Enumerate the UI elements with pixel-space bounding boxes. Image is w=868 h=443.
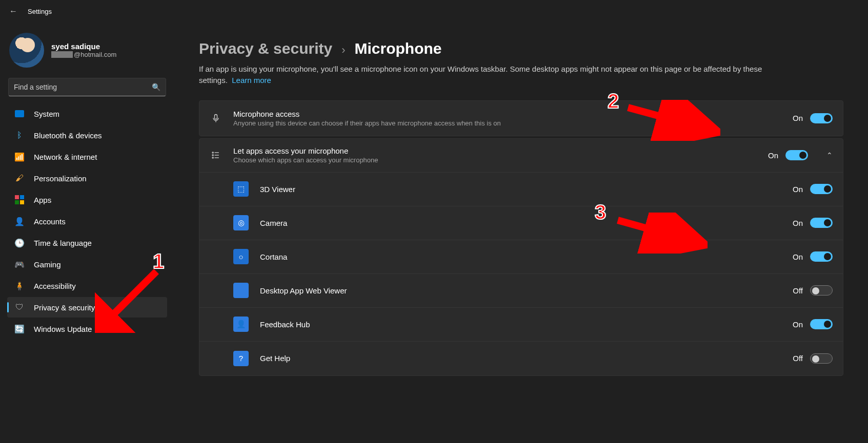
toggle-state-label: On [793, 219, 803, 227]
nav-bluetooth[interactable]: ᛒ Bluetooth & devices [7, 125, 167, 145]
app-name: 3D Viewer [260, 185, 781, 194]
nav-label: Windows Update [34, 325, 92, 333]
apps-icon [14, 195, 25, 205]
email-suffix: @hotmail.com [74, 51, 116, 58]
nav-label: Personalization [34, 174, 87, 183]
search-input[interactable] [14, 83, 152, 91]
nav-label: Gaming [34, 260, 61, 269]
toggle-wrap: On [793, 319, 833, 329]
app-icon: ⬚ [233, 181, 249, 197]
content: Privacy & security › Microphone If an ap… [174, 23, 868, 443]
app-icon: 👤 [233, 317, 249, 332]
toggle-app-0[interactable] [810, 184, 833, 194]
email-redacted [51, 51, 73, 58]
nav-accessibility[interactable]: 🧍 Accessibility [7, 276, 167, 296]
system-icon [14, 109, 25, 119]
setting-let-apps-group: Let apps access your microphone Choose w… [199, 138, 843, 376]
svg-point-3 [212, 157, 213, 158]
toggle-app-1[interactable] [810, 218, 833, 228]
nav: System ᛒ Bluetooth & devices 📶 Network &… [7, 103, 167, 339]
app-row: ?Get HelpOff [199, 342, 843, 375]
card-subtitle: Anyone using this device can choose if t… [233, 119, 781, 127]
app-icon: ? [233, 351, 249, 366]
nav-label: Time & language [34, 239, 92, 247]
toggle-app-5[interactable] [810, 353, 833, 364]
app-icon [233, 283, 249, 298]
setting-mic-access: Microphone access Anyone using this devi… [199, 100, 843, 136]
toggle-state-label: On [768, 151, 778, 160]
bluetooth-icon: ᛒ [14, 130, 25, 140]
nav-privacy[interactable]: 🛡 Privacy & security [7, 297, 167, 318]
nav-network[interactable]: 📶 Network & internet [7, 146, 167, 167]
toggle-app-4[interactable] [810, 319, 833, 329]
toggle-state-label: On [793, 114, 803, 122]
app-name: Cortana [260, 252, 781, 261]
wifi-icon: 📶 [14, 152, 25, 162]
app-row: ⬚3D ViewerOn [199, 173, 843, 206]
nav-label: Privacy & security [34, 303, 95, 312]
subtext-body: If an app is using your microphone, you'… [199, 65, 762, 85]
toggle-app-3[interactable] [810, 285, 833, 296]
avatar [9, 33, 44, 68]
card-subtitle: Choose which apps can access your microp… [233, 156, 757, 164]
page-subtext: If an app is using your microphone, you'… [199, 64, 773, 86]
card-text: Microphone access Anyone using this devi… [233, 110, 781, 127]
toggle-app-2[interactable] [810, 251, 833, 262]
user-text: syed sadique @hotmail.com [51, 42, 116, 58]
toggle-wrap: On [793, 251, 833, 262]
chevron-up-icon[interactable]: ⌃ [826, 151, 833, 159]
breadcrumb-current: Microphone [354, 40, 441, 57]
toggle-let-apps[interactable] [785, 150, 808, 160]
user-block[interactable]: syed sadique @hotmail.com [7, 30, 167, 77]
update-icon: 🔄 [14, 324, 25, 334]
list-icon [210, 149, 222, 161]
clock-icon: 🕒 [14, 238, 25, 248]
back-arrow-icon[interactable]: ← [9, 7, 17, 16]
setting-let-apps[interactable]: Let apps access your microphone Choose w… [199, 139, 843, 173]
microphone-icon [210, 112, 222, 124]
nav-gaming[interactable]: 🎮 Gaming [7, 254, 167, 275]
card-text: Let apps access your microphone Choose w… [233, 146, 757, 164]
card-title: Microphone access [233, 110, 781, 118]
nav-label: Accessibility [34, 282, 76, 290]
learn-more-link[interactable]: Learn more [232, 76, 271, 85]
app-icon: ◎ [233, 215, 249, 230]
breadcrumb-parent[interactable]: Privacy & security [199, 40, 332, 57]
svg-point-1 [212, 152, 213, 153]
toggle-mic-access[interactable] [810, 113, 833, 123]
nav-label: Accounts [34, 217, 66, 226]
shield-icon: 🛡 [14, 302, 25, 312]
app-icon: ○ [233, 249, 249, 264]
svg-point-2 [212, 155, 213, 156]
app-name: Camera [260, 219, 781, 227]
nav-personalization[interactable]: 🖌 Personalization [7, 168, 167, 188]
card-title: Let apps access your microphone [233, 146, 757, 155]
app-row: ○CortanaOn [199, 240, 843, 274]
nav-system[interactable]: System [7, 103, 167, 124]
nav-windows-update[interactable]: 🔄 Windows Update [7, 319, 167, 339]
toggle-wrap: On [793, 184, 833, 194]
toggle-wrap: On [793, 218, 833, 228]
nav-label: Apps [34, 196, 51, 204]
toggle-wrap: Off [793, 353, 833, 364]
titlebar: ← Settings [0, 0, 868, 23]
nav-time[interactable]: 🕒 Time & language [7, 233, 167, 253]
nav-label: Bluetooth & devices [34, 131, 102, 140]
nav-label: System [34, 110, 59, 118]
toggle-state-label: On [793, 185, 803, 194]
accessibility-icon: 🧍 [14, 281, 25, 291]
toggle-wrap: Off [793, 285, 833, 296]
app-title: Settings [28, 8, 52, 15]
brush-icon: 🖌 [14, 173, 25, 183]
toggle-state-label: Off [793, 286, 803, 295]
nav-apps[interactable]: Apps [7, 189, 167, 210]
search-box[interactable]: 🔍 [8, 78, 166, 96]
person-icon: 👤 [14, 216, 25, 226]
toggle-wrap: On [768, 150, 808, 160]
search-icon[interactable]: 🔍 [152, 83, 160, 91]
toggle-state-label: Off [793, 354, 803, 363]
nav-accounts[interactable]: 👤 Accounts [7, 211, 167, 231]
user-email: @hotmail.com [51, 51, 116, 58]
svg-rect-0 [215, 114, 217, 119]
app-row: ◎CameraOn [199, 206, 843, 240]
